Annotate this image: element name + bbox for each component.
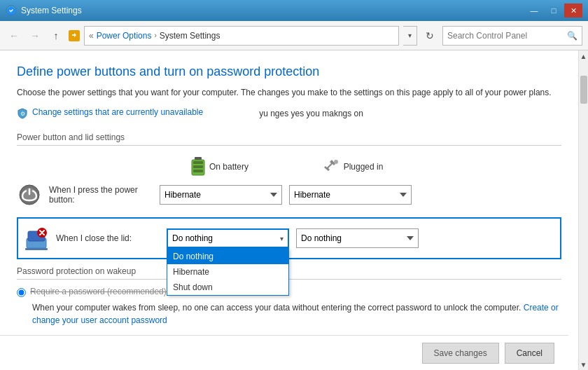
dropdown-option-hibernate[interactable]: Hibernate <box>167 264 288 280</box>
page-title: Define power buttons and turn on passwor… <box>17 64 561 79</box>
scroll-thumb[interactable] <box>580 76 587 104</box>
svg-point-8 <box>334 160 338 164</box>
power-button-on-battery-select[interactable]: Hibernate Sleep Shut down Do nothing <box>160 185 282 205</box>
maximize-button[interactable]: □ <box>545 4 563 18</box>
require-password-option: Require a password (recommended) <box>17 287 561 297</box>
app-icon <box>6 5 17 16</box>
svg-rect-3 <box>195 157 202 160</box>
wakeup-desc-text: When your computer wakes from sleep, no … <box>32 303 521 313</box>
title-bar: System Settings — □ ✕ <box>0 0 588 21</box>
lid-on-battery-dropdown[interactable]: Do nothing ▾ Do nothing Hibernate Shut d… <box>167 228 289 248</box>
lid-dropdown-current[interactable]: Do nothing ▾ <box>167 228 289 248</box>
column-headers: On battery Plugged in <box>157 157 561 177</box>
breadcrumb-bar: « Power Options › System Settings <box>84 26 399 46</box>
lid-dropdown-selected-value: Do nothing <box>172 233 213 243</box>
breadcrumb-current: System Settings <box>160 31 220 41</box>
address-bar: ← → ↑ « Power Options › System Settings … <box>0 21 588 50</box>
plugged-in-icon <box>323 158 340 175</box>
save-changes-button[interactable]: Save changes <box>422 343 499 364</box>
breadcrumb-power-options[interactable]: Power Options <box>97 31 152 41</box>
require-password-label: Require a password (recommended) <box>30 287 167 296</box>
search-icon: 🔍 <box>567 31 578 41</box>
content-area: Define power buttons and turn on passwor… <box>0 50 578 370</box>
breadcrumb-separator: › <box>154 32 156 39</box>
scrollbar[interactable]: ▲ ▼ <box>578 50 588 370</box>
password-section: Password protection on wakeup Require a … <box>17 266 561 327</box>
page-description: Choose the power settings that you want … <box>17 86 561 99</box>
plugged-in-label: Plugged in <box>344 162 384 172</box>
svg-rect-7 <box>193 170 203 172</box>
cancel-button[interactable]: Cancel <box>505 343 554 364</box>
svg-rect-6 <box>193 165 203 168</box>
dropdown-arrow-icon: ▾ <box>280 235 284 242</box>
dropdown-option-do-nothing[interactable]: Do nothing <box>167 249 288 264</box>
footer-actions: Save changes Cancel <box>0 335 568 370</box>
unavailable-note: yu nges yes you makngs on <box>259 109 363 118</box>
lid-close-row: When I close the lid: Do nothing ▾ Do no… <box>24 226 553 251</box>
minimize-button[interactable]: — <box>525 4 543 18</box>
svg-text:⚙: ⚙ <box>20 111 25 117</box>
lid-icon-container <box>24 226 49 251</box>
power-button-row: When I press the power button: Hibernate… <box>17 182 561 207</box>
section-header: Power button and lid settings <box>17 132 561 146</box>
power-button-plugged-in-select[interactable]: Hibernate Sleep Shut down Do nothing <box>289 185 412 205</box>
lid-close-highlight-box: When I close the lid: Do nothing ▾ Do no… <box>17 217 561 259</box>
breadcrumb-prefix: « <box>89 31 94 41</box>
dropdown-option-shut-down[interactable]: Shut down <box>167 280 288 295</box>
refresh-button[interactable]: ↻ <box>421 27 438 44</box>
lid-dropdown-menu: Do nothing Hibernate Shut down <box>167 248 289 296</box>
up-button[interactable]: ↑ <box>48 27 64 44</box>
scroll-down-button[interactable]: ▼ <box>579 359 589 370</box>
svg-rect-5 <box>193 161 203 164</box>
forward-button[interactable]: → <box>27 27 43 44</box>
lid-plugged-in-select[interactable]: Do nothing Hibernate Shut down <box>296 228 419 248</box>
battery-icon <box>191 157 205 177</box>
power-button-label: When I press the power button: <box>49 185 160 205</box>
lid-close-label: When I close the lid: <box>56 233 167 243</box>
wakeup-description: When your computer wakes from sleep, no … <box>32 301 561 327</box>
shield-settings-icon: ⚙ <box>17 108 28 119</box>
change-settings-link[interactable]: Change settings that are currently unava… <box>32 107 203 117</box>
require-password-radio[interactable] <box>17 288 26 297</box>
on-battery-label: On battery <box>209 162 248 172</box>
search-box: 🔍 <box>442 26 582 46</box>
power-button-icon <box>17 182 42 207</box>
title-bar-left: System Settings <box>6 5 82 16</box>
title-bar-title: System Settings <box>21 6 82 15</box>
lid-close-icon <box>24 226 49 251</box>
back-button[interactable]: ← <box>6 27 22 44</box>
main-content: Define power buttons and turn on passwor… <box>0 50 588 370</box>
scroll-up-button[interactable]: ▲ <box>579 50 589 62</box>
breadcrumb-dropdown[interactable]: ▾ <box>403 26 417 46</box>
breadcrumb-icon <box>69 30 80 41</box>
on-battery-header: On battery <box>157 157 283 177</box>
password-section-header: Password protection on wakeup <box>17 266 561 280</box>
title-bar-controls: — □ ✕ <box>525 4 582 18</box>
svg-rect-12 <box>25 248 48 250</box>
close-button[interactable]: ✕ <box>564 4 582 18</box>
search-input[interactable] <box>447 31 564 41</box>
plugged-in-header: Plugged in <box>290 157 416 177</box>
